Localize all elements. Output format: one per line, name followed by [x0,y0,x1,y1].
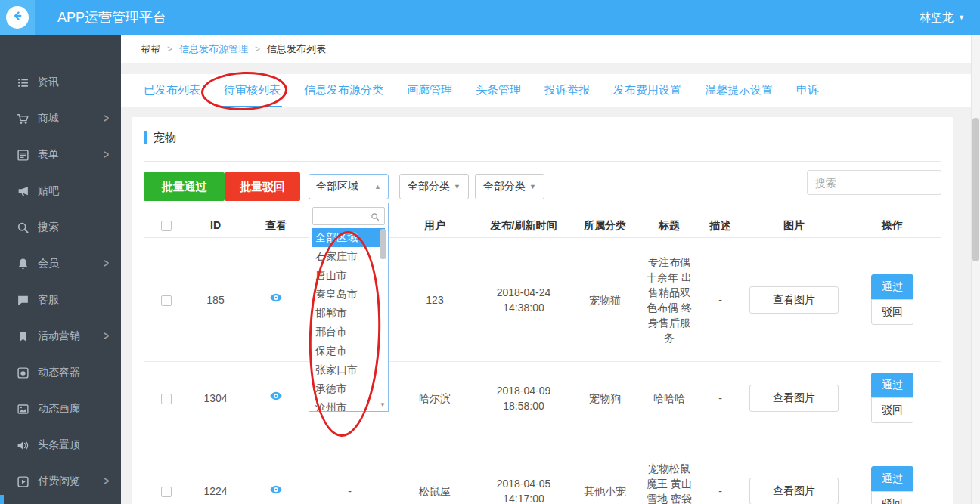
tab-tips-settings[interactable]: 温馨提示设置 [703,74,774,107]
batch-reject-button[interactable]: 批量驳回 [225,172,300,201]
tab-complaints[interactable]: 投诉举报 [543,74,591,107]
reject-button[interactable]: 驳回 [871,491,913,504]
cell-user: 哈尔滨 [389,391,480,406]
sidebar-item-news[interactable]: 资讯 [0,64,121,100]
chevron-right-icon: > [104,475,109,488]
eye-icon[interactable] [269,483,283,496]
bookmark-icon [17,330,29,343]
view-image-button[interactable]: 查看图片 [749,286,839,314]
cell-desc: - [696,484,745,499]
batch-approve-button[interactable]: 批量通过 [144,172,225,201]
sidebar-item-headline-top[interactable]: 头条置顶 [0,427,121,463]
row-checkbox[interactable] [161,487,172,497]
sidebar-item-tieba[interactable]: 贴吧 [0,173,121,209]
section-header: 宠物 [144,131,176,145]
col-category: 所属分类 [567,218,643,233]
app-page: APP运营管理平台 林坚龙▼ 资讯 商城 > 表单 > 贴吧 搜索 [0,0,980,504]
cell-action: 通过 驳回 [843,466,941,504]
cell-image: 查看图片 [745,385,843,412]
select-all-checkbox[interactable] [161,221,172,231]
tab-published-list[interactable]: 已发布列表 [142,74,202,107]
sidebar-item-search[interactable]: 搜索 [0,209,121,246]
sidebar-item-container[interactable]: 动态容器 [0,354,121,391]
chevron-right-icon: > [104,329,109,343]
region-option[interactable]: 承德市 [312,379,385,398]
cell-image: 查看图片 [745,478,843,504]
region-option[interactable]: 保定市 [312,342,385,360]
col-id: ID [189,218,242,233]
row-checkbox[interactable] [161,394,172,404]
eye-icon[interactable] [269,389,283,403]
sidebar-item-label: 动态容器 [38,366,80,379]
region-option[interactable]: 邯郸市 [312,304,385,323]
region-option[interactable]: 邢台市 [312,323,385,342]
tab-publish-fee-settings[interactable]: 发布费用设置 [612,74,683,107]
list-icon [17,76,29,89]
col-action: 操作 [843,218,941,233]
sidebar-item-forms[interactable]: 表单 > [0,137,121,173]
tab-source-categories[interactable]: 信息发布源分类 [302,74,385,107]
region-option[interactable]: 秦皇岛市 [312,285,385,304]
region-option[interactable]: 沧州市 [312,398,385,412]
search-input[interactable] [807,170,941,195]
cell-image: 查看图片 [745,286,843,314]
region-option[interactable]: 唐山市 [312,266,385,285]
category-select-2[interactable]: 全部分类 ▼ [475,174,544,199]
tab-headline-management[interactable]: 头条管理 [474,74,523,107]
cell-id: 185 [189,292,242,308]
dropdown-scrollbar-thumb[interactable] [380,229,386,259]
region-option[interactable]: 张家口市 [312,360,385,379]
sidebar-item-service[interactable]: 客服 [0,282,121,318]
pending-items-table: ID 查看 用户 发布/刷新时间 所属分类 标题 描述 图片 操作 185 12… [144,213,941,504]
reject-button[interactable]: 驳回 [871,299,913,325]
back-button[interactable] [0,0,35,35]
breadcrumb-current: 信息发布列表 [267,42,326,56]
megaphone-icon [17,185,29,198]
gallery-icon [17,403,29,416]
user-menu[interactable]: 林坚龙▼ [920,0,965,35]
speaker-icon [17,439,29,452]
approve-button[interactable]: 通过 [871,466,913,492]
sidebar-item-label: 头条置顶 [38,438,80,452]
dropdown-scroll-down-icon[interactable]: ▼ [380,401,386,408]
region-option[interactable]: 石家庄市 [312,247,385,266]
tab-pending-review-list[interactable]: 待审核列表 [222,74,282,107]
category-select-1[interactable]: 全部分类 ▼ [399,174,469,199]
chevron-down-icon: ▼ [529,183,536,190]
region-dropdown-panel: 全部区域 石家庄市 唐山市 秦皇岛市 邯郸市 邢台市 保定市 张家口市 承德市 … [309,203,389,412]
region-select-value: 全部区域 [316,180,358,193]
col-user: 用户 [389,218,480,233]
cell-category: 宠物猫 [567,292,643,308]
reject-button[interactable]: 驳回 [871,397,913,423]
approve-button[interactable]: 通过 [871,373,913,398]
play-icon [17,475,29,488]
eye-icon[interactable] [269,291,283,305]
cell-action: 通过 驳回 [843,274,941,325]
sidebar-item-label: 动态画廊 [38,402,80,416]
col-image: 图片 [745,218,843,233]
view-image-button[interactable]: 查看图片 [749,385,839,412]
region-select[interactable]: 全部区域 ▲ [309,174,389,199]
sidebar-item-members[interactable]: 会员 > [0,246,121,282]
cell-title: 宠物松鼠 魔王 黄山 雪地 密袋鼠 [643,455,696,504]
sidebar-item-marketing[interactable]: 活动营销 > [0,318,121,354]
category-select-2-value: 全部分类 [483,180,526,193]
sidebar-item-mall[interactable]: 商城 > [0,100,121,137]
top-header: APP运营管理平台 林坚龙▼ [0,0,980,35]
view-image-button[interactable]: 查看图片 [749,478,839,504]
approve-button[interactable]: 通过 [871,274,913,300]
sidebar-item-paid-reading[interactable]: 付费阅览 > [0,463,121,499]
page-scrollbar[interactable] [971,35,980,504]
cell-time: 2018-04-05 14:17:00 [480,476,567,504]
bell-icon [17,258,29,271]
sidebar-item-gallery[interactable]: 动态画廊 [0,391,121,427]
section-accent-bar [144,131,147,144]
breadcrumb-parent-link[interactable]: 信息发布源管理 [179,42,248,56]
tab-gallery-management[interactable]: 画廊管理 [405,74,454,107]
region-option[interactable]: 全部区域 [312,228,385,247]
sidebar-item-label: 资讯 [38,76,59,89]
row-checkbox[interactable] [161,295,172,306]
cell-title: 哈哈哈 [643,385,696,412]
tab-appeal[interactable]: 申诉 [795,74,820,107]
page-scrollbar-thumb[interactable] [972,118,979,261]
